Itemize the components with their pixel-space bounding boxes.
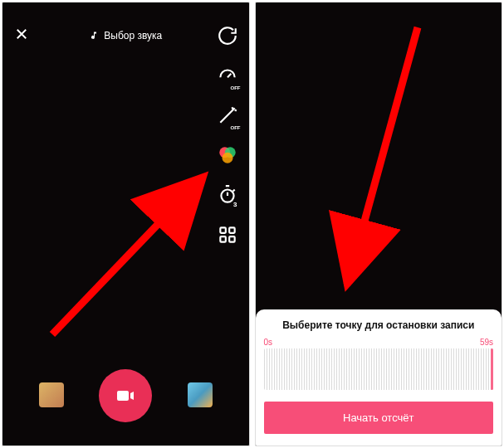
music-note-icon [89, 31, 99, 41]
waveform-slider[interactable] [264, 348, 494, 390]
wand-icon [217, 105, 238, 126]
grid-icon [217, 224, 238, 246]
time-end-label: 59s [480, 338, 493, 347]
choose-sound-label: Выбор звука [104, 30, 162, 41]
speedometer-icon [217, 65, 238, 86]
left-screen: Выбор звука OFF OFF 3 [2, 2, 250, 446]
speed-button[interactable]: OFF [216, 64, 239, 87]
filters-icon [217, 144, 238, 166]
start-countdown-button[interactable]: Начать отсчёт [264, 402, 494, 434]
beauty-off-label: OFF [231, 125, 241, 130]
speed-off-label: OFF [231, 85, 241, 90]
time-start-label: 0s [264, 338, 273, 347]
right-screen: Выберите точку для остановки записи 0s 5… [255, 2, 503, 446]
svg-point-2 [222, 153, 232, 163]
svg-rect-7 [229, 236, 235, 242]
close-icon [14, 27, 29, 41]
top-bar: Выбор звука [2, 22, 249, 49]
sheet-title: Выберите точку для остановки записи [264, 319, 494, 331]
right-toolbar: OFF OFF 3 [216, 24, 239, 246]
choose-sound-button[interactable]: Выбор звука [89, 30, 162, 41]
timer-button[interactable]: 3 [216, 183, 239, 207]
svg-point-3 [221, 190, 233, 202]
gallery-thumb[interactable] [188, 382, 213, 407]
beauty-button[interactable]: OFF [216, 104, 239, 127]
timer-value: 3 [233, 201, 237, 208]
timer-sheet: Выберите точку для остановки записи 0s 5… [256, 309, 502, 446]
svg-rect-5 [229, 227, 235, 233]
filters-button[interactable] [216, 144, 239, 167]
time-labels: 0s 59s [264, 338, 494, 347]
svg-line-9 [347, 27, 418, 285]
flip-camera-button[interactable] [216, 24, 239, 47]
flip-icon [217, 25, 238, 46]
record-button[interactable] [99, 369, 152, 422]
svg-rect-6 [220, 236, 226, 242]
svg-line-8 [52, 177, 203, 334]
video-icon [115, 386, 136, 406]
close-button[interactable] [14, 27, 29, 46]
more-effects-button[interactable] [216, 223, 239, 246]
svg-rect-4 [220, 227, 226, 233]
